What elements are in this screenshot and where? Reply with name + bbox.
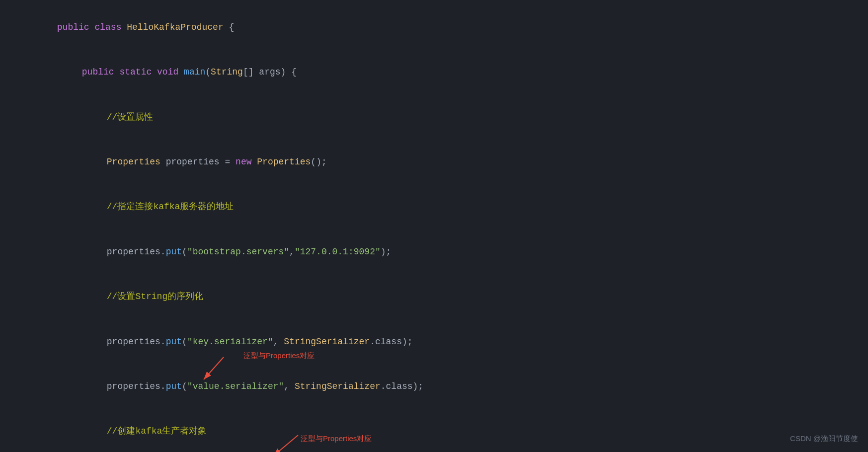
line-content-5: //指定连接kafka服务器的地址 <box>20 186 868 228</box>
comment-1: //设置属性 <box>107 112 154 122</box>
args-decl: [] args) { <box>243 67 297 77</box>
code-line-5: //指定连接kafka服务器的地址 <box>0 185 868 229</box>
props-ref2: properties. <box>107 337 166 347</box>
comma3: , <box>284 381 295 391</box>
props-ref3: properties. <box>107 381 166 391</box>
comment-4: //创建kafka生产者对象 <box>107 426 207 436</box>
line-content-1: public class HelloKafkaProducer { <box>20 6 868 49</box>
code-line-2: public static void main(String[] args) { <box>0 50 868 94</box>
class2: .class); <box>381 381 423 391</box>
props-decl: properties = <box>160 157 236 167</box>
end1: ); <box>381 247 392 257</box>
keyword-new1: new <box>236 157 257 167</box>
string-val-ser: "value.serializer" <box>187 381 284 391</box>
line-content-8: properties.put("key.serializer", StringS… <box>20 320 868 363</box>
paren1: ( <box>182 247 187 257</box>
string-key-ser: "key.serializer" <box>187 337 273 347</box>
props-ref1: properties. <box>107 247 166 257</box>
keyword-public: public <box>57 22 95 32</box>
type-properties: Properties <box>107 157 160 167</box>
keyword-void: void <box>157 67 184 77</box>
method-put2: put <box>166 337 182 347</box>
class-properties: Properties <box>257 157 311 167</box>
comment-3: //设置String的序列化 <box>107 292 203 301</box>
code-line-10: //创建kafka生产者对象 <box>0 409 868 452</box>
method-put3: put <box>166 381 182 391</box>
code-line-6: properties.put("bootstrap.servers","127.… <box>0 229 868 274</box>
props-init: (); <box>311 157 326 167</box>
keyword-static: static <box>119 67 157 77</box>
line-content-4: Properties properties = new Properties()… <box>20 141 868 183</box>
comment-2: //指定连接kafka服务器的地址 <box>107 202 234 212</box>
keyword-public2: public <box>82 67 120 77</box>
class-stringser2: StringSerializer <box>295 381 381 391</box>
line-content-3: //设置属性 <box>20 96 868 139</box>
code-line-1: public class HelloKafkaProducer { <box>0 5 868 50</box>
brace-open: { <box>224 22 235 32</box>
watermark: CSDN @渔阳节度使 <box>790 433 858 445</box>
line-content-6: properties.put("bootstrap.servers","127.… <box>20 230 868 273</box>
main-args: ( <box>205 67 211 77</box>
string-bootstrap: "bootstrap.servers" <box>187 247 289 257</box>
type-string: String <box>211 67 243 77</box>
code-line-8: properties.put("key.serializer", StringS… <box>0 319 868 364</box>
string-server: "127.0.0.1:9092" <box>295 247 381 257</box>
paren3: ( <box>182 381 187 391</box>
method-main: main <box>184 67 205 77</box>
method-put1: put <box>166 247 182 257</box>
line-content-2: public static void main(String[] args) { <box>20 51 868 93</box>
class-stringser1: StringSerializer <box>284 337 370 347</box>
code-line-9: properties.put("value.serializer", Strin… <box>0 364 868 409</box>
paren2: ( <box>182 337 187 347</box>
line-content-9: properties.put("value.serializer", Strin… <box>20 365 868 408</box>
classname-hellokafkaproducer: HelloKafkaProducer <box>127 22 223 32</box>
comma1: , <box>289 247 295 257</box>
class1: .class); <box>370 337 412 347</box>
code-editor: public class HelloKafkaProducer { public… <box>0 0 868 452</box>
code-line-3: //设置属性 <box>0 95 868 140</box>
code-line-7: //设置String的序列化 <box>0 274 868 319</box>
comma2: , <box>273 337 284 347</box>
line-content-10: //创建kafka生产者对象 <box>20 410 868 452</box>
code-line-4: Properties properties = new Properties()… <box>0 140 868 184</box>
line-content-7: //设置String的序列化 <box>20 275 868 318</box>
keyword-class: class <box>94 22 127 32</box>
